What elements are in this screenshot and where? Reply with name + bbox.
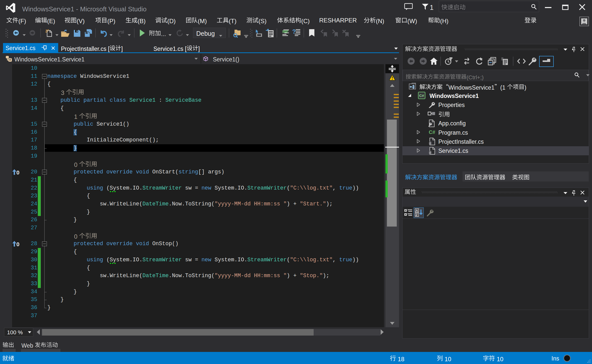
svg-text:A: A bbox=[416, 209, 418, 212]
svg-text:Z: Z bbox=[416, 213, 418, 217]
svg-text:C#: C# bbox=[419, 93, 424, 98]
svg-text:C#: C# bbox=[429, 129, 435, 135]
svg-text:0: 0 bbox=[16, 169, 19, 175]
svg-text:0: 0 bbox=[16, 241, 19, 247]
svg-text:?: ? bbox=[292, 29, 296, 35]
